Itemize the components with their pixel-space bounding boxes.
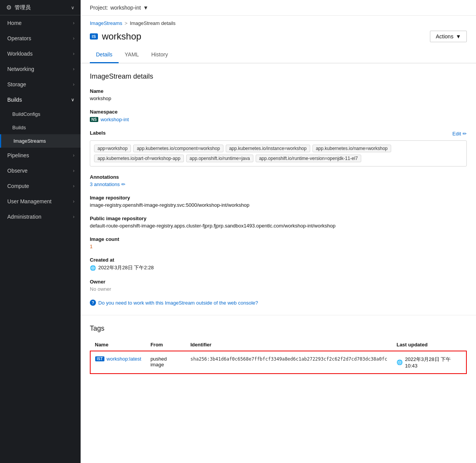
tab-yaml[interactable]: YAML <box>119 48 145 63</box>
sidebar-item-storage[interactable]: Storage › <box>0 77 81 92</box>
project-prefix: Project: <box>90 5 108 11</box>
pencil-icon: ✏ <box>463 131 467 137</box>
sidebar-item-buildconfigs[interactable]: BuildConfigs <box>0 107 81 121</box>
edit-labels-button[interactable]: Edit ✏ <box>453 131 467 137</box>
tag-link[interactable]: IST workshop:latest <box>95 356 141 362</box>
sidebar-item-administration[interactable]: Administration › <box>0 209 81 224</box>
label-chip: app.openshift.io/runtime=java <box>186 155 253 162</box>
tab-history[interactable]: History <box>145 48 174 63</box>
annotations-row: Annotations 3 annotations ✏ <box>90 174 467 187</box>
created-at-label: Created at <box>90 257 467 263</box>
tag-from: pushed image <box>150 356 167 367</box>
tag-identifier: sha256:3b41d6af0c6568e7ffbfcf3349a8ed6c1… <box>190 356 387 362</box>
sidebar-item-observe[interactable]: Observe › <box>0 163 81 178</box>
is-badge: IS <box>90 33 98 40</box>
sidebar-subitem-label: Builds <box>12 125 26 130</box>
sidebar-item-label: Pipelines <box>7 152 29 158</box>
sidebar-item-user-management[interactable]: User Management › <box>0 194 81 209</box>
page-header: IS workshop Actions ▼ <box>81 26 476 42</box>
name-row: Name workshop <box>90 88 467 101</box>
labels-row: Labels Edit ✏ app=workshop app.kubernete… <box>90 130 467 166</box>
section-title: ImageStream details <box>90 72 467 81</box>
label-chip: app.kubernetes.io/instance=workshop <box>226 145 310 152</box>
chevron-right-icon: › <box>73 20 74 26</box>
sidebar-item-label: Observe <box>7 168 28 174</box>
chevron-right-icon: › <box>73 153 74 158</box>
tag-identifier-cell: sha256:3b41d6af0c6568e7ffbfcf3349a8ed6c1… <box>186 351 392 374</box>
actions-dropdown-icon: ▼ <box>456 33 461 40</box>
label-chip: app.openshift.io/runtime-version=openjdk… <box>256 155 361 162</box>
tags-section: Tags Name From Identifier Last updated I… <box>81 315 476 383</box>
globe-icon: 🌐 <box>90 265 96 271</box>
label-chip: app.kubernetes.io/component=workshop <box>133 145 223 152</box>
sidebar-item-label: Builds <box>7 97 22 103</box>
sidebar-item-operators[interactable]: Operators › <box>0 31 81 46</box>
chevron-right-icon: › <box>73 51 74 56</box>
label-chip: app=workshop <box>94 145 131 152</box>
sidebar-item-home[interactable]: Home › <box>0 15 81 31</box>
annotations-link[interactable]: 3 annotations ✏ <box>90 181 467 187</box>
sidebar-item-label: Administration <box>7 214 41 220</box>
chevron-down-icon: ∨ <box>71 97 74 102</box>
project-dropdown-icon: ▼ <box>143 5 149 11</box>
labels-container: app=workshop app.kubernetes.io/component… <box>90 140 467 166</box>
last-updated: 🌐 2022年3月28日 下午10:43 <box>397 356 461 369</box>
gear-icon: ⚙ <box>6 4 12 11</box>
sidebar-item-networking[interactable]: Networking › <box>0 61 81 77</box>
chevron-right-icon: › <box>73 66 74 72</box>
label-chip: app.kubernetes.io/name=workshop <box>312 145 391 152</box>
tags-table-body: IST workshop:latest pushed image sha256:… <box>90 351 466 374</box>
question-icon: ? <box>90 300 96 306</box>
namespace-label: Namespace <box>90 109 467 115</box>
tag-last-updated-cell: 🌐 2022年3月28日 下午10:43 <box>392 351 466 374</box>
admin-header[interactable]: ⚙ 管理员 ∨ <box>0 0 81 15</box>
image-repository-value: image-registry.openshift-image-registry.… <box>90 202 467 208</box>
col-last-updated: Last updated <box>392 339 466 351</box>
sidebar-item-builds[interactable]: Builds ∨ <box>0 92 81 107</box>
tag-from-cell: pushed image <box>146 351 186 374</box>
image-count-row: Image count 1 <box>90 236 467 249</box>
public-image-repository-value: default-route-openshift-image-registry.a… <box>90 223 467 229</box>
sidebar-item-label: Networking <box>7 66 34 72</box>
page-title: workshop <box>102 31 141 42</box>
sidebar-item-imagestreams[interactable]: ImageStreams <box>0 134 81 148</box>
sidebar-item-label: Operators <box>7 35 31 41</box>
created-at-row: Created at 🌐 2022年3月28日 下午2:28 <box>90 257 467 271</box>
image-repository-label: Image repository <box>90 195 467 201</box>
sidebar-item-builds-sub[interactable]: Builds <box>0 121 81 134</box>
chevron-right-icon: › <box>73 36 74 41</box>
tab-details[interactable]: Details <box>90 48 119 63</box>
page-title-area: IS workshop <box>90 31 141 42</box>
sidebar-item-pipelines[interactable]: Pipelines › <box>0 148 81 163</box>
clock-icon: 🌐 <box>397 359 403 365</box>
owner-label: Owner <box>90 279 467 285</box>
sidebar-subitem-label: BuildConfigs <box>12 111 40 117</box>
breadcrumb-parent[interactable]: ImageStreams <box>90 20 122 26</box>
sidebar-item-label: Storage <box>7 81 26 87</box>
sidebar-item-label: Compute <box>7 183 29 189</box>
sidebar-item-label: Home <box>7 20 21 26</box>
project-name: workshop-int <box>110 5 140 11</box>
created-at-value: 🌐 2022年3月28日 下午2:28 <box>90 264 467 271</box>
question-link[interactable]: ? Do you need to work with this ImageStr… <box>90 300 467 306</box>
sidebar-item-compute[interactable]: Compute › <box>0 178 81 194</box>
pencil-icon: ✏ <box>121 181 126 187</box>
chevron-right-icon: › <box>73 199 74 204</box>
project-selector[interactable]: Project: workshop-int ▼ <box>90 5 149 11</box>
actions-button[interactable]: Actions ▼ <box>430 31 467 42</box>
image-count-value: 1 <box>90 244 467 249</box>
namespace-value: NS workshop-int <box>90 116 467 122</box>
namespace-link[interactable]: workshop-int <box>101 117 129 122</box>
name-value: workshop <box>90 96 467 101</box>
sidebar-item-label: Workloads <box>7 51 33 57</box>
sidebar: ⚙ 管理员 ∨ Home › Operators › Workloads › N… <box>0 0 81 463</box>
sidebar-item-label: User Management <box>7 198 51 204</box>
actions-label: Actions <box>436 33 453 40</box>
name-label: Name <box>90 88 467 94</box>
tag-name-cell: IST workshop:latest <box>90 351 146 374</box>
chevron-right-icon: › <box>73 183 74 189</box>
tag-name: workshop:latest <box>107 356 141 362</box>
tags-title: Tags <box>90 325 467 333</box>
owner-value: No owner <box>90 286 467 292</box>
sidebar-item-workloads[interactable]: Workloads › <box>0 46 81 61</box>
